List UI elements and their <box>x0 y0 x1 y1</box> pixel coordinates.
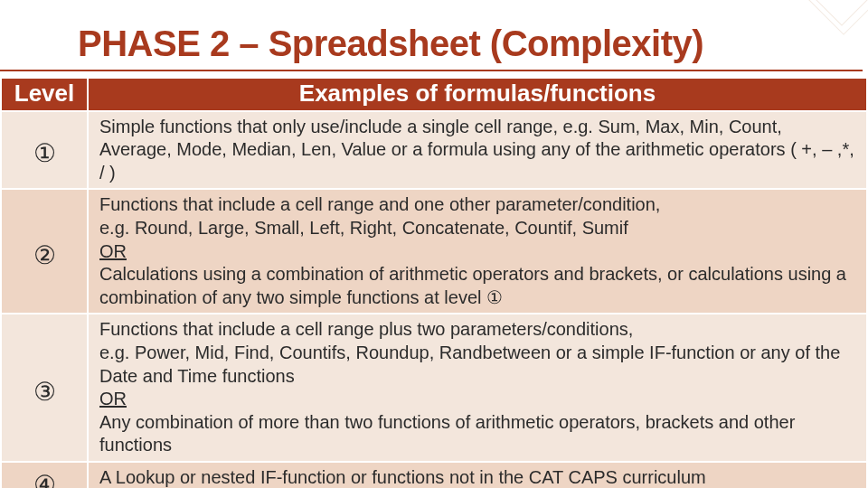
header-examples: Examples of formulas/functions <box>88 78 867 111</box>
desc-pre: Functions that include a cell range and … <box>99 194 660 238</box>
desc-post: Calculations using a combination of arit… <box>99 264 846 307</box>
desc-pre: Functions that include a cell range plus… <box>99 319 840 385</box>
complexity-table: Level Examples of formulas/functions ① S… <box>0 77 868 488</box>
level-description: Functions that include a cell range plus… <box>88 314 867 462</box>
table-row: ② Functions that include a cell range an… <box>1 189 867 314</box>
level-marker: ② <box>1 189 88 314</box>
table-header-row: Level Examples of formulas/functions <box>1 78 867 111</box>
header-level: Level <box>1 78 88 111</box>
desc-or: OR <box>99 389 127 408</box>
level-description: Functions that include a cell range and … <box>88 189 867 314</box>
table-row: ③ Functions that include a cell range pl… <box>1 314 867 462</box>
level-marker: ③ <box>1 314 88 462</box>
table-row: ④ A Lookup or nested IF-function or func… <box>1 462 867 488</box>
page-title: PHASE 2 – Spreadsheet (Complexity) <box>0 0 863 71</box>
desc-post: Any combination of more than two functio… <box>99 412 795 455</box>
level-description: A Lookup or nested IF-function or functi… <box>88 462 867 488</box>
desc-or: OR <box>99 241 127 261</box>
table-row: ① Simple functions that only use/include… <box>1 111 867 190</box>
level-marker: ④ <box>1 462 88 488</box>
level-description: Simple functions that only use/include a… <box>88 111 867 190</box>
level-marker: ① <box>1 111 88 190</box>
corner-ornament <box>814 0 868 36</box>
